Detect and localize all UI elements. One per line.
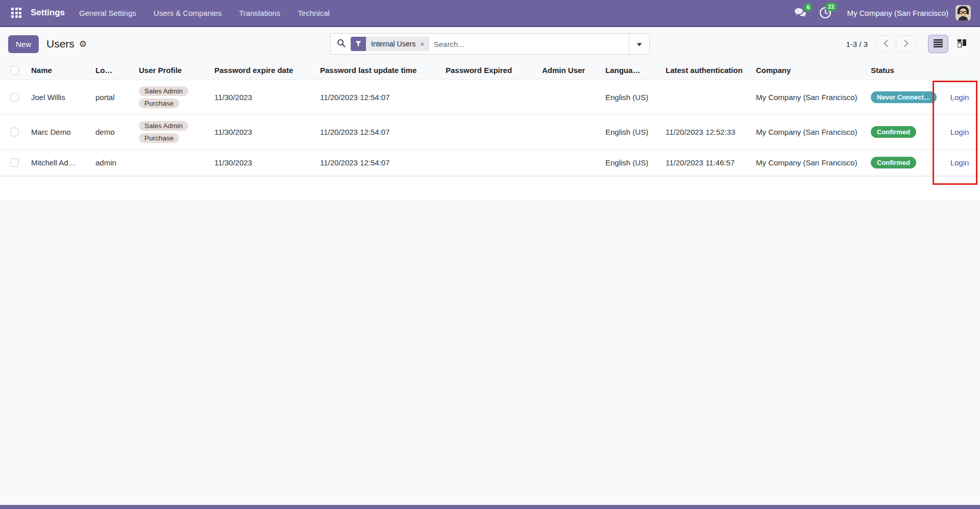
cell-latest-authentication[interactable]: 11/20/2023 12:52:33	[663, 115, 753, 150]
cell-select	[0, 80, 28, 115]
table-header-row: Name Lo… User Profile Password expire da…	[0, 61, 980, 80]
apps-menu-button[interactable]	[9, 6, 23, 20]
cell-latest-authentication[interactable]: 11/20/2023 11:46:57	[663, 150, 753, 176]
cell-password-last-update[interactable]: 11/20/2023 12:54:07	[317, 150, 443, 176]
login-button[interactable]: Login	[950, 158, 969, 167]
cell-password-last-update[interactable]: 11/20/2023 12:54:07	[317, 115, 443, 150]
search-facet: Internal Users ×	[351, 37, 429, 51]
cell-company[interactable]: My Company (San Francisco)	[753, 115, 868, 150]
cell-company[interactable]: My Company (San Francisco)	[753, 80, 868, 115]
cell-login[interactable]: portal	[92, 80, 136, 115]
apps-grid-icon	[11, 8, 21, 18]
cell-admin-user[interactable]	[539, 80, 602, 115]
col-login[interactable]: Lo…	[92, 61, 136, 80]
cell-user-profile[interactable]	[136, 150, 211, 176]
search-dropdown-toggle[interactable]	[629, 34, 649, 54]
cell-password-expire-date[interactable]: 11/30/2023	[211, 115, 317, 150]
col-password-expired[interactable]: Password Expired	[443, 61, 539, 80]
cell-status: Never Connect…	[868, 80, 939, 115]
app-name[interactable]: Settings	[31, 8, 65, 18]
list-view-button[interactable]	[928, 35, 948, 53]
row-checkbox[interactable]	[10, 158, 19, 167]
pager-previous-button[interactable]	[876, 35, 895, 53]
pager-value: 1-3 / 3	[846, 40, 868, 49]
users-table: Name Lo… User Profile Password expire da…	[0, 61, 980, 176]
select-all-checkbox[interactable]	[10, 66, 19, 75]
menu-technical[interactable]: Technical	[298, 9, 330, 17]
cell-status: Confirmed	[868, 150, 939, 176]
cell-password-expired[interactable]	[443, 115, 539, 150]
cell-password-expire-date[interactable]: 11/30/2023	[211, 150, 317, 176]
col-name[interactable]: Name	[28, 61, 92, 80]
col-status[interactable]: Status	[868, 61, 939, 80]
cell-name[interactable]: Marc Demo	[28, 115, 92, 150]
menu-translations[interactable]: Translations	[239, 9, 280, 17]
table-row[interactable]: Marc Demo demo Sales AdminPurchase 11/30…	[0, 115, 980, 150]
cell-language[interactable]: English (US)	[602, 150, 663, 176]
activities-button[interactable]: 22	[820, 7, 831, 18]
cell-latest-authentication[interactable]	[663, 80, 753, 115]
cell-password-last-update[interactable]: 11/20/2023 12:54:07	[317, 80, 443, 115]
user-avatar[interactable]	[955, 5, 971, 20]
select-all-header	[0, 61, 28, 80]
new-button[interactable]: New	[8, 35, 39, 53]
messages-count-badge: 6	[804, 3, 812, 12]
search-input[interactable]	[429, 40, 629, 49]
col-password-expire-date[interactable]: Password expire date	[211, 61, 317, 80]
kanban-view-button[interactable]	[951, 35, 972, 53]
col-password-last-update[interactable]: Password last update time	[317, 61, 443, 80]
status-badge: Confirmed	[871, 126, 916, 138]
col-action	[939, 61, 980, 80]
pager	[876, 35, 916, 53]
chevron-left-icon	[884, 40, 888, 49]
cell-login[interactable]: admin	[92, 150, 136, 176]
col-company[interactable]: Company	[753, 61, 868, 80]
messages-button[interactable]: 6	[794, 8, 806, 18]
cell-language[interactable]: English (US)	[602, 115, 663, 150]
cell-name[interactable]: Joel Willis	[28, 80, 92, 115]
cell-password-expire-date[interactable]: 11/30/2023	[211, 80, 317, 115]
col-language[interactable]: Langua…	[602, 61, 663, 80]
facet-remove-button[interactable]: ×	[420, 40, 424, 48]
profile-tag: Purchase	[139, 99, 179, 108]
cell-language[interactable]: English (US)	[602, 80, 663, 115]
control-panel: New Users ⚙ Internal Users ×	[0, 27, 980, 61]
menu-general-settings[interactable]: General Settings	[79, 9, 136, 17]
cell-company[interactable]: My Company (San Francisco)	[753, 150, 868, 176]
gear-icon[interactable]: ⚙	[79, 40, 87, 49]
list-empty-area	[0, 176, 980, 200]
search-icon	[337, 39, 346, 50]
cell-user-profile[interactable]: Sales AdminPurchase	[136, 115, 211, 150]
cell-password-expired[interactable]	[443, 150, 539, 176]
main-menu: General Settings Users & Companies Trans…	[79, 9, 330, 17]
status-badge: Confirmed	[871, 157, 916, 168]
cell-action: Login	[939, 80, 980, 115]
col-user-profile[interactable]: User Profile	[136, 61, 211, 80]
cell-user-profile[interactable]: Sales AdminPurchase	[136, 80, 211, 115]
login-button[interactable]: Login	[950, 128, 969, 136]
cell-action: Login	[939, 150, 980, 176]
company-switcher[interactable]: My Company (San Francisco)	[847, 9, 948, 17]
page-title: Users	[46, 38, 75, 50]
menu-users-companies[interactable]: Users & Companies	[154, 9, 222, 17]
facet-label: Internal Users	[371, 40, 415, 48]
cell-status: Confirmed	[868, 115, 939, 150]
table-row[interactable]: Joel Willis portal Sales AdminPurchase 1…	[0, 80, 980, 115]
search-bar[interactable]: Internal Users ×	[330, 33, 650, 55]
cell-admin-user[interactable]	[539, 150, 602, 176]
row-checkbox[interactable]	[10, 128, 19, 136]
col-latest-authentication[interactable]: Latest authentication	[663, 61, 753, 80]
col-admin-user[interactable]: Admin User	[539, 61, 602, 80]
cell-password-expired[interactable]	[443, 80, 539, 115]
profile-tag: Sales Admin	[139, 86, 188, 96]
users-table-body: Joel Willis portal Sales AdminPurchase 1…	[0, 80, 980, 176]
row-checkbox[interactable]	[10, 93, 19, 102]
login-button[interactable]: Login	[950, 93, 969, 102]
pager-next-button[interactable]	[896, 35, 916, 53]
cell-login[interactable]: demo	[92, 115, 136, 150]
chevron-right-icon	[904, 40, 909, 49]
cell-name[interactable]: Mitchell Ad…	[28, 150, 92, 176]
filter-icon	[351, 37, 366, 51]
table-row[interactable]: Mitchell Ad… admin 11/30/2023 11/20/2023…	[0, 150, 980, 176]
cell-admin-user[interactable]	[539, 115, 602, 150]
